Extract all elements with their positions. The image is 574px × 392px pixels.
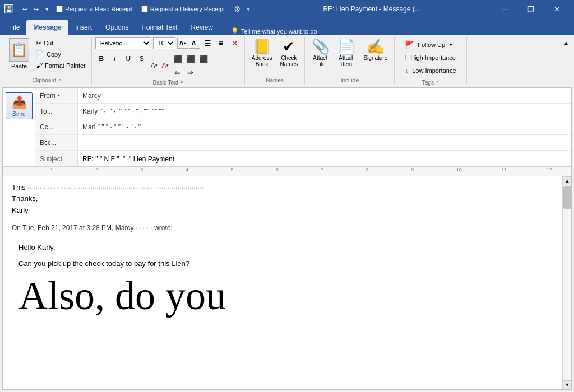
tab-review[interactable]: Review [184,20,220,35]
tab-insert[interactable]: Insert [68,20,99,35]
bullet-list-button[interactable]: ☰ [202,37,214,49]
quoted-greeting: Hello Karly, [18,242,547,253]
align-right-button[interactable]: ⬛ [197,53,210,65]
basic-text-content: Helvetic... 10 A+ A- ☰ ≡ ✕ [95,37,241,78]
address-book-icon: 📒 [253,39,271,54]
email-body[interactable]: This ···································… [3,176,562,389]
decrease-font-button[interactable]: A- [189,38,200,49]
quoted-attribution: On Tue, Feb 21, 2017 at 3:28 PM, Marcy ·… [12,223,553,233]
format-painter-button[interactable]: 🖌 Format Painter [34,60,88,71]
email-fields: From ▾ Marcy To... Cc... [35,88,571,166]
high-importance-icon: ! [405,53,407,62]
cut-button[interactable]: ✂ Cut [34,38,88,48]
align-left-button[interactable]: ⬛ [172,53,184,65]
ruler-content: · 1 2 3 4 5 6 7 8 9 10 11 12 [5,167,569,176]
basic-text-group: Helvetic... 10 A+ A- ☰ ≡ ✕ [92,37,245,85]
bcc-button[interactable]: Bcc... [35,135,78,150]
bold-button[interactable]: B [95,53,108,65]
font-size-select[interactable]: 10 [153,37,175,49]
indent-row: ⇐ ⇒ [172,66,210,78]
highlight-button[interactable]: A ▾ [149,53,159,78]
paste-label: Paste [11,63,27,69]
tab-format-text[interactable]: Format Text [135,20,184,35]
font-color-dropdown-icon: ▾ [166,63,169,68]
include-group: 📎 AttachFile 📄 AttachItem ✍ Signature In… [305,37,395,85]
cc-input[interactable] [78,121,571,133]
cut-icon: ✂ [36,39,41,47]
ribbon-collapse-button[interactable]: ▲ [561,37,572,48]
bcc-input[interactable] [78,137,571,149]
minimize-button[interactable]: ─ [492,0,518,18]
attach-item-label: AttachItem [339,55,354,67]
tab-options[interactable]: Options [99,20,135,35]
signature-button[interactable]: ✍ Signature [360,37,391,63]
save-icon[interactable]: 💾 [4,4,13,13]
delivery-receipt-checkbox[interactable]: Request a Delivery Receipt [141,6,225,12]
to-input[interactable] [78,105,571,118]
subject-row: Subject [35,151,571,166]
tab-file[interactable]: File [2,20,26,35]
subject-input[interactable] [78,153,571,165]
italic-button[interactable]: I [109,53,121,65]
attach-item-button[interactable]: 📄 AttachItem [334,37,359,69]
copy-button[interactable]: 📄 Copy [34,49,88,59]
font-family-select[interactable]: Helvetic... [95,37,151,49]
low-importance-icon: ↓ [405,66,409,75]
increase-indent-button[interactable]: ⇒ [184,66,197,78]
clipboard-group: 📋 Paste ✂ Cut 📄 Copy 🖌 Format Painter [2,37,92,85]
scroll-down-button[interactable]: ▼ [563,380,571,389]
restore-button[interactable]: ❐ [518,0,544,18]
clipboard-group-content: 📋 Paste ✂ Cut 📄 Copy 🖌 Format Painter [6,37,88,76]
follow-up-button[interactable]: 🚩 Follow Up ▾ [402,39,458,50]
check-names-icon: ✔ [283,39,295,54]
scroll-up-button[interactable]: ▲ [563,176,571,185]
underline-button[interactable]: U [122,53,135,65]
tags-expand-icon[interactable]: ↗ [435,80,439,85]
email-compose-window: 📤 Send From ▾ Marcy To... [2,87,572,390]
customize-button[interactable]: ▾ [43,4,52,13]
highlight-dropdown-icon: ▾ [155,63,158,68]
tags-label: Tags ↗ [398,78,462,87]
tab-message[interactable]: Message [26,20,68,35]
close-button[interactable]: ✕ [544,0,570,18]
format-painter-icon: 🖌 [36,62,43,69]
quoted-text: Can you pick up the check today to pay f… [18,258,547,269]
redo-button[interactable]: ↪ [31,4,40,13]
big-text: Also, do you [18,274,547,318]
tags-group: 🚩 Follow Up ▾ ! High Importance ↓ Low Im… [395,37,466,85]
low-importance-button[interactable]: ↓ Low Importance [402,65,458,76]
include-label: Include [308,76,391,85]
attach-item-icon: 📄 [337,39,355,54]
undo-button[interactable]: ↩ [20,4,29,13]
font-color-button[interactable]: A ▾ [160,53,170,78]
attach-file-label: AttachFile [313,55,328,67]
paste-button[interactable]: 📋 Paste [6,37,33,71]
numbered-list-button[interactable]: ≡ [215,37,227,49]
decrease-indent-button[interactable]: ⇐ [172,66,184,78]
clipboard-expand-icon[interactable]: ↗ [57,78,61,83]
scroll-thumb[interactable] [563,186,571,209]
align-center-button[interactable]: ⬛ [184,53,197,65]
from-button[interactable]: From ▾ [35,88,78,103]
cc-button[interactable]: Cc... [35,119,78,134]
quoted-email-link[interactable]: · ··· · · [136,224,152,232]
scroll-track[interactable] [563,185,571,380]
to-field-row: To... [35,104,571,119]
read-receipt-checkbox[interactable]: Request a Read Receipt [56,6,132,12]
basic-text-expand-icon[interactable]: ↗ [179,80,183,85]
send-button[interactable]: 📤 Send [6,92,33,119]
bcc-field-row: Bcc... [35,135,571,151]
strikethrough-button[interactable]: S [136,53,148,65]
address-book-button[interactable]: 📒 AddressBook [248,37,276,69]
increase-font-button[interactable]: A+ [177,38,188,49]
high-importance-button[interactable]: ! High Importance [402,52,458,63]
to-button[interactable]: To... [35,104,78,119]
check-names-button[interactable]: ✔ CheckNames [276,37,301,69]
tell-me-bar[interactable]: 💡 Tell me what you want to do [231,27,317,35]
include-content: 📎 AttachFile 📄 AttachItem ✍ Signature [308,37,391,76]
clear-formatting-button[interactable]: ✕ [229,37,241,49]
cc-field-row: Cc... [35,119,571,135]
attach-file-button[interactable]: 📎 AttachFile [308,37,333,69]
follow-up-icon: 🚩 [405,40,414,49]
vertical-scrollbar[interactable]: ▲ ▼ [562,176,571,389]
